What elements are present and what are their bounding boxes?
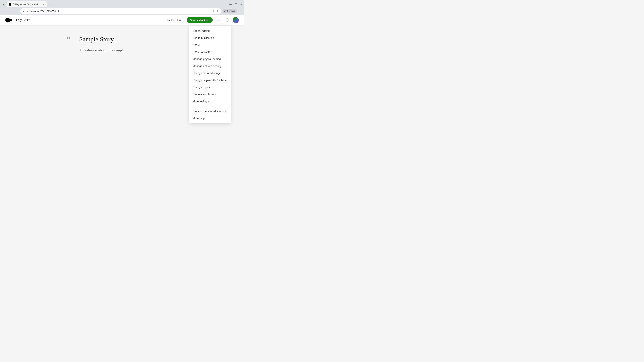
tab-group-arrow[interactable]: ❮ [1,2,6,7]
url-text: medium.com/p/28411229a73c/edit [26,10,211,12]
tab-bar: ❮ Editing Sample Story – Medium ✕ + — ❐ … [0,0,244,7]
svg-point-0 [9,4,10,5]
forward-button[interactable]: → [8,9,13,13]
svg-point-4 [217,20,218,20]
dropdown-item-see-revision-history[interactable]: See revision history [189,91,231,98]
bell-icon [225,18,229,22]
svg-point-6 [219,20,220,20]
incognito-icon [224,10,226,12]
svg-point-5 [218,20,219,20]
notification-button[interactable] [224,17,230,23]
lock-icon [22,10,25,12]
dropdown-item-share-to-twitter[interactable]: Share to Twitter [189,49,231,56]
dropdown-item-manage-paywall[interactable]: Manage paywall setting [189,56,231,63]
dropdown-menu: Cancel editingAdd to publicationShareSha… [189,26,231,123]
medium-logo[interactable] [5,18,12,22]
app-container: Fely Smith Back to story Save and publis… [0,15,244,137]
avatar[interactable] [233,17,239,23]
dropdown-divider-10 [189,106,231,106]
browser-chrome: ❮ Editing Sample Story – Medium ✕ + — ❐ … [0,0,244,15]
refresh-button[interactable]: ↻ [14,9,19,13]
more-options-icon [216,18,220,22]
address-bar: ← → ↻ medium.com/p/28411229a73c/edit ☆ ⧉… [0,7,244,15]
back-to-story-button[interactable]: Back to story [164,17,184,23]
close-button[interactable]: ✕ [240,3,243,6]
dropdown-item-change-featured-image[interactable]: Change featured image [189,70,231,77]
tab-title: Editing Sample Story – Medium [13,3,41,5]
title-area: Title Sample Story [67,35,178,44]
text-cursor [114,37,114,44]
tab-favicon [9,3,12,6]
restore-button[interactable]: ❐ [234,3,238,6]
dropdown-item-manage-unlisted[interactable]: Manage unlisted setting [189,63,231,70]
svg-point-1 [10,4,11,5]
story-subtitle[interactable]: This story is about, my sample. [77,48,178,52]
dropdown-item-change-topics[interactable]: Change topics [189,84,231,91]
browser-actions: Incognito ⋮ [222,9,242,13]
active-tab[interactable]: Editing Sample Story – Medium ✕ [7,1,47,7]
incognito-label: Incognito [227,10,236,12]
new-tab-button[interactable]: + [48,2,52,7]
star-icon[interactable]: ☆ [212,9,215,13]
dropdown-item-more-help[interactable]: More help [189,115,231,122]
incognito-badge[interactable]: Incognito [222,9,237,13]
more-options-button[interactable] [215,17,221,23]
logo-small-circle [10,19,12,21]
title-label: Title [67,35,74,39]
back-button[interactable]: ← [2,9,7,13]
dropdown-item-change-display-title[interactable]: Change display title / subtitle [189,77,231,84]
tab-close-btn[interactable]: ✕ [42,3,45,6]
save-publish-button[interactable]: Save and publish [187,17,213,23]
minimize-button[interactable]: — [229,3,232,6]
window-controls: — ❐ ✕ [229,3,243,6]
story-title[interactable]: Sample Story [77,35,114,44]
url-actions: ☆ ⧉ [212,9,219,13]
author-name: Fely Smith [16,18,30,22]
dropdown-item-share[interactable]: Share [189,41,231,49]
split-screen-icon[interactable]: ⧉ [216,9,219,13]
dropdown-item-add-to-publication[interactable]: Add to publication [189,34,231,41]
url-bar[interactable]: medium.com/p/28411229a73c/edit ☆ ⧉ [20,8,221,14]
dropdown-item-cancel-editing[interactable]: Cancel editing [189,27,231,34]
editor-content: Title Sample Story This story is about, … [60,25,184,62]
dropdown-item-hints-keyboard[interactable]: Hints and keyboard shortcuts [189,108,231,115]
medium-header: Fely Smith Back to story Save and publis… [0,15,244,25]
browser-more-button[interactable]: ⋮ [238,9,242,13]
dropdown-item-more-settings[interactable]: More settings [189,98,231,105]
logo-large-circle [5,18,10,22]
svg-rect-2 [23,11,24,12]
